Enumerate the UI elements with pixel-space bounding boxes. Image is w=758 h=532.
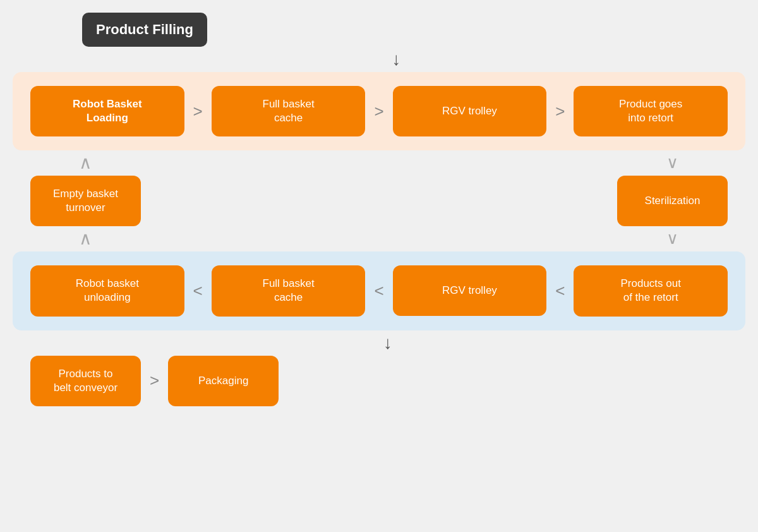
left-col-arrows: ∧	[30, 150, 141, 176]
arrow-down-right-2: ∨	[666, 230, 678, 246]
full-basket-cache-1-node[interactable]: Full basket cache	[212, 86, 366, 136]
arrow-2-2: <	[365, 281, 392, 301]
arrow-1-1: >	[184, 102, 212, 121]
side-nodes-row: Empty basket turnover Sterilization	[13, 176, 745, 226]
product-goes-into-retort-node[interactable]: Product goes into retort	[574, 86, 728, 136]
right-col-arrows-2: ∨	[617, 226, 728, 250]
robot-basket-unloading-node[interactable]: Robot basket unloading	[30, 265, 184, 316]
row-band-2: Robot basket unloading < Full basket cac…	[13, 251, 745, 330]
page: Product Filling ↓ Robot Basket Loading >…	[13, 13, 745, 406]
robot-basket-loading-node[interactable]: Robot Basket Loading	[30, 86, 184, 136]
arrow-2-3: <	[546, 281, 574, 301]
packaging-node[interactable]: Packaging	[168, 356, 279, 406]
product-filling-header: Product Filling	[82, 13, 207, 47]
arrow-band2-to-bottom: ↓	[30, 334, 745, 352]
empty-basket-turnover-node[interactable]: Empty basket turnover	[30, 176, 141, 226]
arrow-up-left: ∧	[79, 154, 92, 172]
right-col-arrows: ∨	[617, 150, 728, 174]
arrow-down-right: ∨	[666, 154, 678, 171]
products-out-of-retort-node[interactable]: Products out of the retort	[574, 265, 728, 316]
arrow-1-2: >	[365, 102, 392, 121]
left-col-arrows-2: ∧	[30, 226, 141, 251]
row-band-1: Robot Basket Loading > Full basket cache…	[13, 72, 745, 150]
sterilization-node[interactable]: Sterilization	[617, 176, 728, 226]
between-bands-1: ∧ ∨	[13, 150, 745, 176]
products-to-belt-conveyor-node[interactable]: Products to belt conveyor	[30, 356, 141, 406]
full-basket-cache-2-node[interactable]: Full basket cache	[212, 265, 366, 316]
between-bands-2: ∧ ∨	[13, 226, 745, 251]
arrow-1-3: >	[546, 102, 574, 121]
arrow-bottom-1: >	[141, 371, 168, 390]
arrow-up-left-2: ∧	[79, 230, 92, 248]
bottom-row: Products to belt conveyor > Packaging	[13, 356, 745, 406]
right-side-node-col: Sterilization	[617, 176, 728, 226]
left-side-node-col: Empty basket turnover	[30, 176, 141, 226]
arrow-2-1: <	[184, 281, 212, 301]
rgv-trolley-1-node[interactable]: RGV trolley	[393, 86, 547, 136]
arrow-header-to-row1: ↓	[47, 51, 745, 68]
rgv-trolley-2-node[interactable]: RGV trolley	[393, 265, 547, 316]
